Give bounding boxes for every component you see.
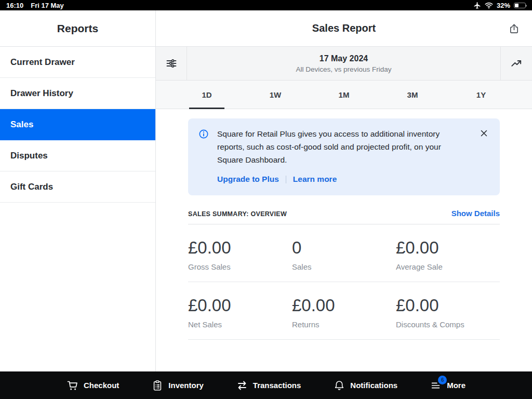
retail-plus-banner: Square for Retail Plus gives you access … — [188, 118, 500, 195]
metric-value: £0.00 — [188, 296, 292, 315]
sidebar-item-label: Drawer History — [10, 88, 73, 99]
banner-close-button[interactable] — [478, 128, 489, 139]
sidebar-title: Reports — [0, 10, 155, 47]
metric-value: £0.00 — [396, 296, 500, 315]
filter-sliders-icon — [165, 57, 178, 70]
sidebar-item-drawer-history[interactable]: Drawer History — [0, 78, 155, 109]
page-title: Sales Report — [312, 22, 376, 34]
learn-more-link[interactable]: Learn more — [293, 173, 337, 186]
metric-label: Returns — [292, 320, 396, 329]
page-header: Sales Report — [156, 10, 532, 47]
tab-1m[interactable]: 1M — [310, 81, 378, 109]
sidebar-item-current-drawer[interactable]: Current Drawer — [0, 47, 155, 78]
sidebar-item-disputes[interactable]: Disputes — [0, 140, 155, 171]
sidebar-item-label: Sales — [10, 119, 33, 130]
status-time-date: 16:10 Fri 17 May — [6, 2, 64, 9]
battery-icon — [514, 3, 526, 8]
cart-icon — [66, 379, 79, 392]
tab-1y[interactable]: 1Y — [447, 81, 515, 109]
selected-date: 17 May 2024 — [320, 54, 368, 63]
sidebar-item-label: Current Drawer — [10, 57, 75, 68]
report-content: Square for Retail Plus gives you access … — [156, 109, 532, 371]
sales-summary-header: SALES SUMMARY: OVERVIEW Show Details — [188, 209, 500, 224]
date-range-selector[interactable]: 17 May 2024 All Devices, vs previous Fri… — [187, 47, 500, 80]
status-time: 16:10 — [6, 2, 23, 9]
status-date: Fri 17 May — [31, 2, 64, 9]
filter-button[interactable] — [156, 47, 187, 80]
banner-text: Square for Retail Plus gives you access … — [217, 128, 461, 166]
nav-transactions[interactable]: Transactions — [236, 379, 301, 392]
metric-value: 0 — [292, 238, 396, 258]
sidebar-item-label: Gift Cards — [10, 182, 53, 192]
metric-label: Net Sales — [188, 320, 292, 329]
metric-label: Gross Sales — [188, 262, 292, 271]
tab-1d[interactable]: 1D — [172, 81, 241, 109]
bell-icon — [333, 379, 345, 392]
metric-label: Sales — [292, 262, 396, 271]
metric-gross-sales: £0.00 Gross Sales — [188, 224, 292, 282]
metric-discounts-comps: £0.00 Discounts & Comps — [396, 282, 500, 339]
metric-net-sales: £0.00 Net Sales — [188, 282, 292, 339]
sidebar-item-label: Disputes — [10, 151, 48, 161]
nav-label: Notifications — [350, 381, 397, 390]
metric-value: £0.00 — [292, 296, 396, 315]
nav-label: Transactions — [253, 381, 301, 390]
reports-sidebar: Reports Current Drawer Drawer History Sa… — [0, 10, 156, 371]
metrics-row-2: £0.00 Net Sales £0.00 Returns £0.00 Disc… — [188, 282, 500, 340]
date-comparison-subtitle: All Devices, vs previous Friday — [296, 65, 392, 73]
trend-line-icon — [510, 57, 523, 70]
nav-checkout[interactable]: Checkout — [66, 379, 119, 392]
menu-icon: 6 — [430, 379, 442, 392]
share-icon — [508, 23, 520, 35]
show-details-link[interactable]: Show Details — [451, 209, 500, 218]
clipboard-icon — [151, 379, 164, 392]
metrics-row-1: £0.00 Gross Sales 0 Sales £0.00 Average … — [188, 224, 500, 282]
close-icon — [480, 129, 488, 138]
upgrade-to-plus-link[interactable]: Upgrade to Plus — [217, 173, 279, 186]
date-filter-bar: 17 May 2024 All Devices, vs previous Fri… — [156, 47, 532, 81]
metric-label: Discounts & Comps — [396, 320, 500, 329]
battery-percent-label: 32% — [497, 2, 510, 9]
nav-label: More — [447, 381, 466, 390]
time-period-tabs: 1D 1W 1M 3M 1Y — [156, 81, 532, 109]
status-bar: 16:10 Fri 17 May 32% — [0, 0, 532, 10]
bottom-navigation: Checkout Inventory Transactions Notifica… — [0, 371, 532, 399]
tab-1w[interactable]: 1W — [241, 81, 310, 109]
link-separator — [286, 176, 286, 183]
chart-toggle-button[interactable] — [500, 47, 532, 80]
metric-label: Average Sale — [396, 262, 500, 271]
nav-label: Inventory — [168, 381, 204, 390]
nav-label: Checkout — [84, 381, 119, 390]
share-button[interactable] — [506, 21, 522, 36]
metric-average-sale: £0.00 Average Sale — [396, 224, 500, 282]
wifi-icon — [485, 2, 493, 9]
sidebar-item-sales[interactable]: Sales — [0, 109, 155, 140]
sidebar-item-gift-cards[interactable]: Gift Cards — [0, 171, 155, 203]
nav-notifications[interactable]: Notifications — [333, 379, 397, 392]
nav-inventory[interactable]: Inventory — [151, 379, 204, 392]
airplane-mode-icon — [473, 2, 481, 9]
metric-value: £0.00 — [188, 238, 292, 258]
notification-badge: 6 — [438, 376, 447, 384]
info-icon — [198, 129, 209, 139]
metric-sales-count: 0 Sales — [292, 224, 396, 282]
metric-value: £0.00 — [396, 238, 500, 258]
sales-summary-title: SALES SUMMARY: OVERVIEW — [188, 210, 287, 218]
nav-more[interactable]: 6 More — [430, 379, 466, 392]
metric-returns: £0.00 Returns — [292, 282, 396, 339]
tab-3m[interactable]: 3M — [378, 81, 447, 109]
transfer-arrows-icon — [236, 379, 248, 392]
